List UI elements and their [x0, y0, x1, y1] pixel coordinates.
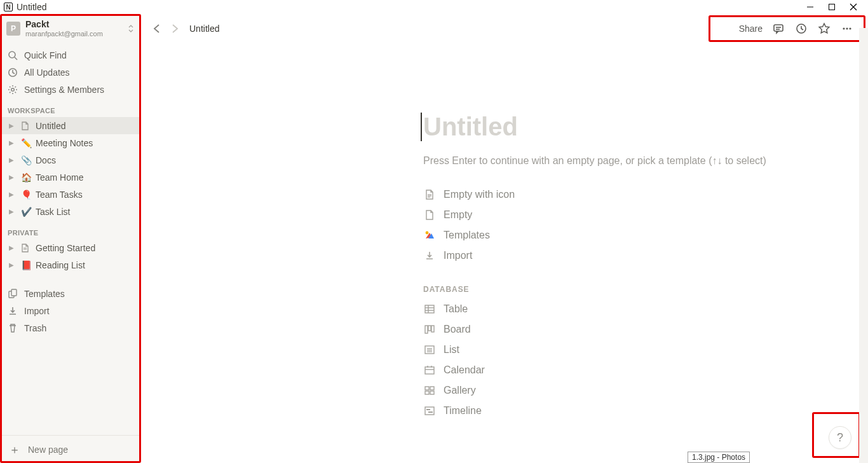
svg-rect-45 [426, 409, 430, 410]
gear-icon [8, 85, 18, 95]
settings-members-button[interactable]: Settings & Members [0, 81, 141, 98]
svg-point-18 [849, 27, 851, 29]
table-icon [423, 303, 436, 315]
sidebar-page-reading-list[interactable]: ▶ 📕 Reading List [0, 256, 141, 273]
page-icon [20, 121, 32, 130]
option-label: Calendar [444, 364, 485, 376]
check-icon: ✔️ [20, 207, 32, 217]
svg-rect-43 [430, 391, 434, 394]
import-button[interactable]: Import [0, 302, 141, 319]
favorite-star-icon[interactable] [817, 22, 831, 36]
workspace-switcher[interactable]: P Packt maranfpackt@gmail.com [0, 14, 141, 41]
settings-members-label: Settings & Members [24, 85, 104, 95]
svg-point-7 [11, 88, 15, 91]
svg-point-4 [9, 52, 15, 58]
option-import[interactable]: Import [423, 245, 868, 266]
workspace-section-label: WORKSPACE [0, 98, 141, 117]
window-maximize-button[interactable] [827, 3, 836, 11]
svg-rect-44 [425, 407, 434, 415]
sidebar-page-label: Docs [36, 155, 56, 165]
window-minimize-button[interactable] [806, 3, 815, 11]
board-icon [423, 323, 436, 336]
database-section-label: DATABASE [423, 285, 868, 294]
chevron-right-icon[interactable]: ▶ [9, 261, 17, 268]
option-label: Timeline [444, 405, 482, 417]
chevron-right-icon[interactable]: ▶ [9, 208, 17, 215]
list-icon [423, 343, 436, 356]
page-with-icon-icon [423, 188, 436, 201]
comments-icon[interactable] [771, 22, 785, 36]
option-label: Templates [444, 230, 490, 241]
db-option-table[interactable]: Table [423, 299, 868, 319]
trash-button[interactable]: Trash [0, 319, 141, 336]
chevron-right-icon[interactable]: ▶ [9, 139, 17, 146]
templates-icon [8, 289, 18, 299]
chevron-right-icon[interactable]: ▶ [9, 244, 17, 251]
option-label: Gallery [444, 385, 476, 396]
chevron-right-icon[interactable]: ▶ [9, 156, 17, 163]
sidebar-page-untitled[interactable]: ▶ Untitled [0, 117, 141, 134]
templates-button[interactable]: Templates [0, 285, 141, 302]
window-close-button[interactable] [849, 3, 858, 11]
clock-icon [8, 67, 18, 78]
sidebar-page-team-tasks[interactable]: ▶ 🎈 Team Tasks [0, 186, 141, 203]
svg-rect-41 [430, 387, 434, 390]
db-option-calendar[interactable]: Calendar [423, 360, 868, 380]
sidebar-page-label: Task List [36, 207, 70, 217]
unfold-icon [127, 24, 135, 33]
svg-rect-46 [428, 411, 433, 413]
notion-logo-icon: N [4, 3, 13, 11]
sidebar-page-task-list[interactable]: ▶ ✔️ Task List [0, 203, 141, 220]
option-label: Empty [444, 209, 472, 221]
nav-forward-button[interactable] [168, 22, 182, 36]
option-templates[interactable]: Templates [423, 225, 868, 245]
quick-find-button[interactable]: Quick Find [0, 46, 141, 64]
more-menu-icon[interactable] [840, 22, 854, 36]
option-label: Import [444, 250, 472, 261]
scrollbar[interactable] [859, 28, 868, 463]
nav-back-button[interactable] [150, 22, 164, 36]
db-option-board[interactable]: Board [423, 319, 868, 340]
new-page-button[interactable]: ＋ New page [0, 435, 141, 463]
workspace-email: maranfpackt@gmail.com [25, 30, 103, 38]
option-empty[interactable]: Empty [423, 205, 868, 225]
svg-line-5 [15, 57, 17, 60]
page-icon [20, 244, 32, 252]
updates-icon[interactable] [794, 22, 808, 36]
share-button[interactable]: Share [739, 24, 763, 34]
chevron-right-icon[interactable]: ▶ [9, 122, 17, 129]
svg-rect-1 [829, 4, 835, 10]
taskbar-tooltip: 1.3.jpg - Photos [688, 452, 750, 463]
book-icon: 📕 [20, 260, 32, 270]
window-titlebar: N Untitled [0, 0, 868, 14]
help-button[interactable]: ? [829, 426, 851, 449]
svg-point-17 [846, 27, 848, 29]
page-hint-text: Press Enter to continue with an empty pa… [423, 155, 868, 167]
house-icon: 🏠 [20, 172, 32, 183]
sidebar-page-getting-started[interactable]: ▶ Getting Started [0, 239, 141, 256]
trash-label: Trash [24, 323, 46, 333]
download-icon [8, 306, 18, 316]
gallery-icon [423, 384, 436, 397]
chevron-right-icon[interactable]: ▶ [9, 174, 17, 181]
page-title-input[interactable]: Untitled [421, 113, 868, 141]
chevron-right-icon[interactable]: ▶ [9, 191, 17, 198]
topbar-actions: Share [734, 19, 859, 38]
import-label: Import [24, 306, 50, 316]
option-label: Table [444, 303, 468, 315]
db-option-list[interactable]: List [423, 340, 868, 360]
sidebar-page-label: Meeting Notes [36, 138, 93, 148]
download-icon [423, 249, 436, 262]
breadcrumb[interactable]: Untitled [189, 24, 219, 34]
topbar: Untitled Share [141, 14, 868, 43]
svg-rect-29 [425, 326, 428, 333]
sidebar-page-label: Untitled [36, 121, 65, 131]
sidebar-page-team-home[interactable]: ▶ 🏠 Team Home [0, 169, 141, 186]
db-option-timeline[interactable]: Timeline [423, 401, 868, 421]
sidebar-page-docs[interactable]: ▶ 📎 Docs [0, 151, 141, 169]
sidebar-page-meeting-notes[interactable]: ▶ ✏️ Meeting Notes [0, 134, 141, 151]
db-option-gallery[interactable]: Gallery [423, 380, 868, 401]
all-updates-button[interactable]: All Updates [0, 64, 141, 81]
templates-colorful-icon [423, 229, 436, 242]
option-empty-with-icon[interactable]: Empty with icon [423, 184, 868, 205]
